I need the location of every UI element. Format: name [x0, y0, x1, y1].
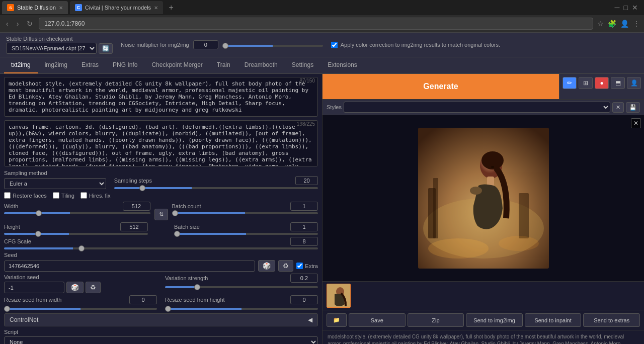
- extensions-icon[interactable]: 🧩: [608, 20, 616, 28]
- send-inpaint-btn[interactable]: Send to inpaint: [525, 313, 582, 327]
- seed-dice-btn[interactable]: 🎲: [258, 260, 275, 272]
- style-icon-2[interactable]: ⊞: [579, 77, 593, 89]
- zip-btn[interactable]: Zip: [408, 313, 464, 327]
- negative-prompt-textarea[interactable]: canvas frame, cartoon, 3d, (disfigured),…: [4, 120, 318, 166]
- resize-width-label: Resize seed from width: [4, 297, 61, 303]
- cfg-group: CFG Scale: [4, 237, 318, 249]
- sampling-steps-slider[interactable]: [114, 187, 318, 189]
- styles-apply-btn[interactable]: ✕: [612, 102, 624, 113]
- style-icon-4[interactable]: ⬒: [611, 77, 625, 89]
- profile-icon[interactable]: 👤: [620, 20, 629, 28]
- hires-fix-check[interactable]: Hires. fix: [80, 192, 111, 199]
- batch-count-group: Batch count: [172, 202, 318, 220]
- tab-settings[interactable]: Settings: [285, 57, 320, 73]
- menu-icon[interactable]: ⋮: [633, 20, 640, 28]
- svg-point-11: [499, 236, 539, 251]
- checkpoint-refresh-btn[interactable]: 🔄: [99, 43, 113, 54]
- generate-btn[interactable]: Generate: [323, 74, 559, 99]
- tab-png-info[interactable]: PNG Info: [106, 57, 144, 73]
- resize-height-label: Resize seed from height: [165, 297, 225, 303]
- maximize-btn[interactable]: □: [624, 4, 628, 12]
- bookmark-icon[interactable]: ☆: [597, 20, 604, 28]
- tab-close-1[interactable]: ✕: [59, 5, 63, 11]
- sampling-steps-label: Sampling steps: [114, 178, 152, 184]
- resize-height-value[interactable]: [290, 295, 318, 304]
- restore-faces-input[interactable]: [4, 192, 11, 199]
- variation-strength-value[interactable]: [290, 274, 318, 283]
- style-icon-1[interactable]: ✏: [562, 77, 577, 89]
- forward-btn[interactable]: ›: [15, 19, 21, 29]
- image-close-btn[interactable]: ✕: [631, 118, 641, 128]
- style-icon-3[interactable]: ●: [595, 77, 609, 89]
- tab-close-2[interactable]: ✕: [154, 5, 158, 11]
- variation-strength-group: Variation strength: [165, 274, 318, 293]
- hires-fix-input[interactable]: [80, 192, 87, 199]
- minimize-btn[interactable]: ─: [615, 4, 620, 12]
- width-slider[interactable]: [4, 212, 150, 214]
- variation-seed-input[interactable]: [4, 282, 64, 293]
- tab-dreambooth[interactable]: Dreambooth: [237, 57, 285, 73]
- tiling-input[interactable]: [53, 192, 59, 199]
- noise-slider[interactable]: [222, 45, 323, 47]
- sampling-steps-value[interactable]: [295, 176, 318, 185]
- batch-count-value[interactable]: [290, 202, 318, 211]
- noise-value-input[interactable]: [193, 40, 218, 49]
- sampling-row: Sampling method Euler a Sampling steps: [4, 170, 318, 189]
- batch-count-label: Batch count: [172, 203, 201, 209]
- tab-checkpoint-merger[interactable]: Checkpoint Merger: [144, 57, 209, 73]
- seed-recycle-btn[interactable]: ♻: [278, 260, 293, 272]
- sampling-method-select[interactable]: Euler a: [4, 178, 106, 189]
- color-correct-checkbox[interactable]: [331, 42, 338, 48]
- cfg-value[interactable]: [290, 237, 318, 246]
- save-btn[interactable]: Save: [349, 313, 406, 327]
- tab-stable-diffusion[interactable]: S Stable Diffusion ✕: [2, 1, 68, 14]
- left-panel: modelshoot style, (extremely detailed CG…: [0, 74, 322, 344]
- restore-faces-check[interactable]: Restore faces: [4, 192, 47, 199]
- resize-width-value[interactable]: [129, 295, 157, 304]
- seed-input[interactable]: [4, 261, 255, 272]
- batch-size-value[interactable]: [290, 222, 318, 231]
- styles-save-btn[interactable]: 💾: [626, 102, 640, 113]
- thumbnail-1[interactable]: [327, 284, 351, 308]
- send-extras-btn[interactable]: Send to extras: [583, 313, 640, 327]
- width-value[interactable]: [123, 202, 150, 211]
- controlnet-label: ControlNet: [10, 316, 38, 323]
- tab-train[interactable]: Train: [210, 57, 237, 73]
- styles-label: Styles: [327, 104, 342, 110]
- variation-recycle-btn[interactable]: ♻: [86, 282, 101, 293]
- height-value[interactable]: [120, 222, 148, 231]
- tab-civitai[interactable]: C Civitai | Share your models ✕: [70, 1, 163, 14]
- tab-bar: S Stable Diffusion ✕ C Civitai | Share y…: [0, 0, 644, 15]
- reload-btn[interactable]: ↻: [25, 19, 35, 29]
- sampling-steps-group: Sampling steps: [114, 176, 318, 189]
- resize-height-slider[interactable]: [165, 308, 318, 310]
- new-tab-btn[interactable]: +: [165, 2, 177, 14]
- batch-size-slider[interactable]: [174, 233, 318, 235]
- controlnet-header[interactable]: ControlNet ◀: [4, 313, 318, 326]
- style-icon-5[interactable]: 👤: [627, 77, 641, 89]
- tab-img2img[interactable]: img2img: [38, 57, 74, 73]
- folder-btn[interactable]: 📁: [327, 313, 347, 327]
- tab-txt2img[interactable]: txt2img: [4, 57, 38, 73]
- variation-strength-slider[interactable]: [165, 286, 318, 288]
- cfg-slider[interactable]: [4, 247, 318, 249]
- swap-dimensions-btn[interactable]: ⇅: [154, 209, 168, 220]
- tiling-check[interactable]: Tiling: [53, 192, 74, 199]
- close-btn[interactable]: ✕: [632, 4, 638, 12]
- seed-extra-input[interactable]: [296, 263, 303, 269]
- checkpoint-select[interactable]: SD15NewVAEpruned.ckpt [27a4ac756c]: [6, 43, 97, 54]
- send-img2img-btn[interactable]: Send to img2img: [466, 313, 523, 327]
- back-btn[interactable]: ‹: [4, 19, 11, 29]
- tab-extras[interactable]: Extras: [74, 57, 106, 73]
- seed-extra-check[interactable]: Extra: [296, 263, 318, 269]
- script-select[interactable]: None: [4, 336, 318, 344]
- browser-chrome: S Stable Diffusion ✕ C Civitai | Share y…: [0, 0, 644, 33]
- tab-extensions[interactable]: Extensions: [320, 57, 364, 73]
- url-input[interactable]: [39, 18, 593, 30]
- variation-dice-btn[interactable]: 🎲: [66, 282, 84, 293]
- positive-prompt-textarea[interactable]: modelshoot style, (extremely detailed CG…: [4, 77, 318, 117]
- styles-select[interactable]: [344, 102, 610, 113]
- height-slider[interactable]: [4, 233, 148, 235]
- batch-count-slider[interactable]: [172, 212, 318, 214]
- resize-width-slider[interactable]: [4, 308, 157, 310]
